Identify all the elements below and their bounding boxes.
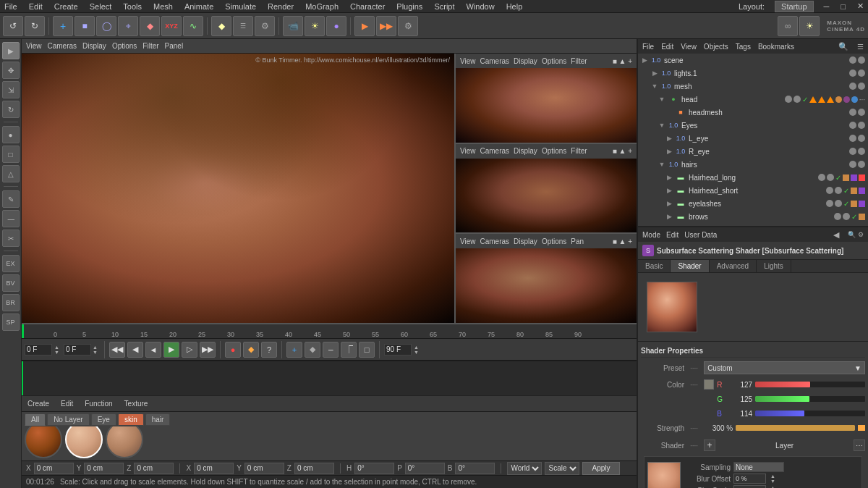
tool-rect-select[interactable]: □ xyxy=(2,146,20,163)
obj-row-hairshort[interactable]: ▶ ▬ Hairhead_short ✓ xyxy=(638,184,868,197)
tool-magnet[interactable]: ⸻ xyxy=(2,210,20,227)
obj-row-leye[interactable]: ▶ 1.0 L_eye xyxy=(638,132,868,145)
window-minimize-btn[interactable]: ─ xyxy=(822,2,831,11)
motion-btn[interactable]: ⚙ xyxy=(255,16,275,36)
strength-slider[interactable] xyxy=(736,425,855,431)
frame-stepper[interactable]: ▲▼ xyxy=(54,345,61,355)
menu-file[interactable]: File xyxy=(3,2,19,11)
blur-scale-stepper[interactable]: ▲▼ xyxy=(770,485,778,488)
vp-rb-view[interactable]: View xyxy=(460,237,476,245)
redo-btn[interactable]: ↻ xyxy=(25,16,45,36)
undo-btn[interactable]: ↺ xyxy=(3,16,23,36)
layer-more-btn[interactable]: ⋯ xyxy=(854,439,865,451)
cylinder-btn[interactable]: ⌖ xyxy=(118,16,138,36)
obj-row-hairs[interactable]: ▼ 1.0 hairs xyxy=(638,158,868,171)
coord-p-input[interactable] xyxy=(405,463,445,474)
tab-shader[interactable]: Shader xyxy=(671,260,709,272)
frame-stepper2[interactable]: ▲▼ xyxy=(93,345,100,355)
tool-paint[interactable]: ✎ xyxy=(2,190,20,208)
menu-animate[interactable]: Animate xyxy=(183,2,215,11)
tool-spline[interactable]: SP xyxy=(2,314,20,331)
vp-rb-options[interactable]: Options xyxy=(542,237,566,245)
vp-options-menu[interactable]: Options xyxy=(112,42,137,50)
obj-row-reye[interactable]: ▶ 1.0 R_eye xyxy=(638,145,868,158)
layout-dropdown[interactable]: Startup xyxy=(775,1,813,12)
obj-row-eyelashes[interactable]: ▶ ▬ eyelashes ✓ xyxy=(638,197,868,210)
bottom-texture-btn[interactable]: Texture xyxy=(122,400,151,408)
vp-rb-cameras[interactable]: Cameras xyxy=(480,237,510,245)
obj-row-headmesh[interactable]: ■ headmesh xyxy=(638,106,868,119)
timeline-btn[interactable]: ☰ xyxy=(233,16,253,36)
menu-window[interactable]: Window xyxy=(465,2,496,11)
menu-tools[interactable]: Tools xyxy=(122,2,143,11)
vp-display-menu[interactable]: Display xyxy=(82,42,106,50)
window-maximize-btn[interactable]: □ xyxy=(839,2,847,11)
props-arrow-icon[interactable]: ◀ xyxy=(833,230,839,240)
tab-eye[interactable]: Eye xyxy=(91,413,116,426)
obj-bookmarks-menu[interactable]: Bookmarks xyxy=(758,43,794,51)
apply-button[interactable]: Apply xyxy=(582,462,619,475)
xyz-btn[interactable]: XYZ xyxy=(161,16,182,36)
tab-no-layer[interactable]: No Layer xyxy=(47,413,90,426)
keyframe-btn[interactable]: ◆ xyxy=(211,16,231,36)
obj-row-eyes[interactable]: ▼ 1.0 Eyes xyxy=(638,119,868,132)
current-frame-input[interactable] xyxy=(64,344,91,356)
coord-z-input[interactable] xyxy=(134,463,174,474)
material-dark-skin[interactable]: dark_skin xyxy=(25,426,62,460)
vp-view-menu[interactable]: View xyxy=(26,42,42,50)
coord-space2-select[interactable]: Scale xyxy=(545,462,579,475)
obj-search-icon[interactable]: 🔍 xyxy=(838,42,848,51)
key-track-btn[interactable]: ⎼ xyxy=(323,342,339,358)
vp-rt-view[interactable]: View xyxy=(460,57,476,65)
obj-row-hairlong[interactable]: ▶ ▬ Hairhead_long ✓ xyxy=(638,171,868,184)
tab-all[interactable]: All xyxy=(25,413,46,426)
vp-panel-menu[interactable]: Panel xyxy=(165,42,184,50)
tool-live-select[interactable]: ● xyxy=(2,126,20,143)
tab-basic[interactable]: Basic xyxy=(638,260,671,272)
r-slider[interactable] xyxy=(755,382,865,387)
vp-rb-pan[interactable]: Pan xyxy=(571,237,584,245)
vp-rm-options[interactable]: Options xyxy=(542,147,566,155)
render-settings-btn[interactable]: ⚙ xyxy=(398,16,418,36)
tool-bevel[interactable]: BV xyxy=(2,274,20,292)
menu-edit[interactable]: Edit xyxy=(27,2,44,11)
vp-cameras-menu[interactable]: Cameras xyxy=(48,42,77,50)
coord-b-input[interactable] xyxy=(455,463,495,474)
coord-h-input[interactable] xyxy=(354,463,394,474)
g-slider[interactable] xyxy=(755,396,865,402)
obj-edit-menu[interactable]: Edit xyxy=(661,43,673,51)
props-mode-menu[interactable]: Mode xyxy=(642,231,660,239)
deform-btn[interactable]: ∿ xyxy=(183,16,203,36)
vp-filter-menu[interactable]: Filter xyxy=(142,42,158,50)
coord-x2-input[interactable] xyxy=(194,463,234,474)
tab-skin[interactable]: skin xyxy=(118,413,144,426)
tab-hair[interactable]: hair xyxy=(145,413,171,426)
cube-btn[interactable]: ■ xyxy=(75,16,95,36)
new-object-btn[interactable]: + xyxy=(53,16,73,36)
light-icon-btn[interactable]: ☀ xyxy=(799,16,820,36)
loop-btn[interactable]: ∞ xyxy=(778,16,798,36)
end-frame-input[interactable] xyxy=(384,344,412,356)
vp-rm-filter[interactable]: Filter xyxy=(571,147,587,155)
menu-render[interactable]: Render xyxy=(266,2,295,11)
obj-row-lights[interactable]: ▶ 1.0 lights.1 xyxy=(638,67,868,80)
tool-extrude[interactable]: EX xyxy=(2,255,20,272)
frame-start-input[interactable] xyxy=(25,344,52,356)
vp-rm-view[interactable]: View xyxy=(460,147,476,155)
render-scene-btn[interactable]: ▶ xyxy=(354,16,375,36)
tab-lights[interactable]: Lights xyxy=(757,260,791,272)
tool-scale[interactable]: ⇲ xyxy=(2,81,20,98)
menu-mograph[interactable]: MoGraph xyxy=(304,2,340,11)
menu-plugins[interactable]: Plugins xyxy=(395,2,424,11)
obj-tags-menu[interactable]: Tags xyxy=(736,43,751,51)
tool-knife[interactable]: ✂ xyxy=(2,230,20,247)
props-userdata-menu[interactable]: User Data xyxy=(684,231,717,239)
tool-move[interactable]: ✥ xyxy=(2,62,20,79)
go-end-btn[interactable]: ▶▶ xyxy=(200,342,216,358)
menu-select[interactable]: Select xyxy=(88,2,114,11)
menu-help[interactable]: Help xyxy=(505,2,524,11)
vp-rm-display[interactable]: Display xyxy=(514,147,537,155)
play-btn[interactable]: ▶ xyxy=(163,342,179,358)
obj-file-menu[interactable]: File xyxy=(642,43,654,51)
step-back-btn[interactable]: ◀ xyxy=(127,342,143,358)
